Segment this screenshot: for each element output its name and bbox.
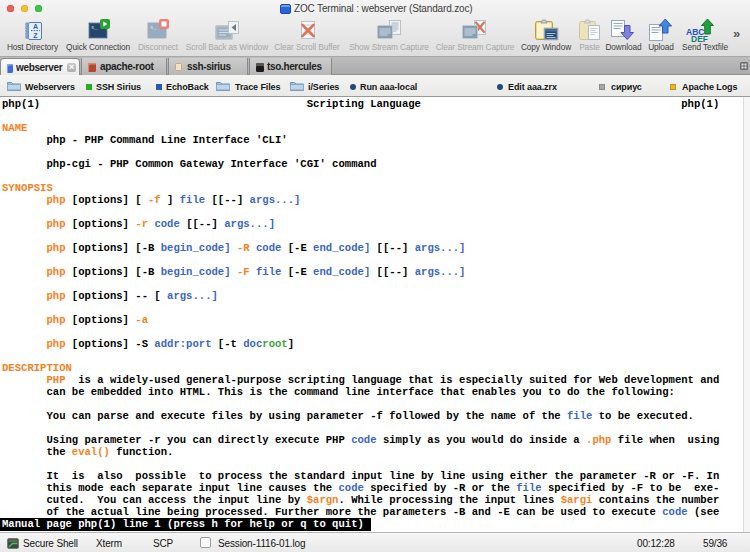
svg-text:s_: s_	[91, 24, 98, 31]
svg-text:s_: s_	[150, 24, 157, 31]
svg-text:A: A	[33, 23, 38, 30]
svg-text:Z: Z	[33, 32, 38, 39]
